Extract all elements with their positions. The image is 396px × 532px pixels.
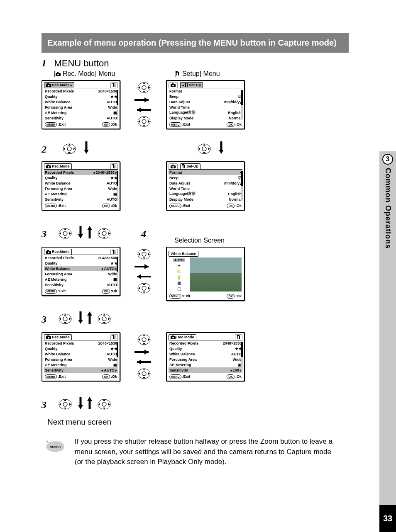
arrow-down-icon xyxy=(77,311,84,327)
svg-marker-20 xyxy=(148,86,150,89)
screen-recmode-tab: Rec.Mode▸ Recorded Pixels2048×1536 Quali… xyxy=(42,80,120,129)
memo-icon: memo xyxy=(45,438,70,455)
manual-icon: ▢ xyxy=(177,287,181,291)
arrow-down-icon xyxy=(218,141,225,157)
screen-setup-tab: ◂Set-Up Format Beep☑ Date Adjustmm/dd/yy… xyxy=(166,80,245,129)
arrow-up-icon xyxy=(86,226,93,242)
memo-text: If you press the shutter release button … xyxy=(75,437,340,467)
dpad-icon xyxy=(97,228,111,239)
arrow-down-icon xyxy=(77,226,84,242)
tungsten-icon: 💡 xyxy=(176,275,181,279)
step-number-1: 1 xyxy=(42,58,52,69)
chapter-title: Common Operations xyxy=(384,168,392,249)
rec-mode-menu-label: [ Rec. Mode] Menu xyxy=(54,70,115,78)
dpad-icon xyxy=(137,334,151,345)
arrow-left-icon xyxy=(134,273,154,282)
dpad-icon xyxy=(197,143,211,155)
screen-recmode-wb: Rec.Mode Recorded Pixels2048×1536 Qualit… xyxy=(42,247,120,296)
screen-white-balance: White Balance AUTO ☀ ⛅ 💡 ▦ ▢ MENU:ExitOK… xyxy=(166,247,245,301)
arrow-up-icon xyxy=(86,311,93,327)
fluorescent-icon: ▦ xyxy=(177,281,181,285)
dpad-icon xyxy=(137,116,151,127)
setup-menu-label: [ Setup] Menu xyxy=(174,70,220,78)
next-menu-label: Next menu screen xyxy=(47,418,111,427)
camera-icon xyxy=(56,72,61,76)
dpad-icon xyxy=(137,248,151,260)
dpad-icon xyxy=(97,398,111,410)
step1-heading: MENU button xyxy=(54,58,109,68)
page-sidebar: 3 Common Operations 33 xyxy=(379,0,396,532)
arrow-right-icon xyxy=(134,349,154,357)
section-title: Example of menu operation (Pressing the … xyxy=(42,33,349,53)
arrow-right-icon xyxy=(134,97,154,105)
screen-recmode-sens: Rec.Mode Recorded Pixels2048×1536 Qualit… xyxy=(42,332,120,381)
arrow-up-icon xyxy=(86,397,93,413)
selection-screen-label: Selection Screen xyxy=(174,237,225,244)
dpad-icon xyxy=(97,313,111,325)
preview-image xyxy=(190,257,242,292)
dpad-icon xyxy=(58,228,72,239)
step-number-2: 2 xyxy=(42,144,52,155)
shade-icon: ⛅ xyxy=(176,269,181,274)
screen-setup-format: Set-Up Format▸ Beep☑ Date Adjustmm/dd/yy… xyxy=(166,161,245,211)
arrow-down-icon xyxy=(77,397,84,413)
svg-text:memo: memo xyxy=(50,444,61,449)
sun-icon: ☀ xyxy=(177,263,181,268)
dpad-icon xyxy=(137,282,151,294)
step-number-4: 4 xyxy=(141,228,152,240)
chapter-number-badge: 3 xyxy=(382,154,393,165)
dpad-icon xyxy=(137,82,151,93)
dpad-icon xyxy=(58,398,72,410)
step-number-3: 3 xyxy=(42,399,52,411)
arrow-left-icon xyxy=(134,107,154,115)
arrow-down-icon xyxy=(83,141,90,157)
step-number-3: 3 xyxy=(42,228,52,240)
arrow-right-icon xyxy=(134,263,154,272)
step-number-3: 3 xyxy=(42,314,52,325)
dpad-icon xyxy=(137,368,151,379)
dpad-icon xyxy=(62,143,76,155)
screen-recmode-sens-100: Rec.Mode Recorded Pixels2048×1536 Qualit… xyxy=(166,332,245,381)
screen-recmode-pixels: Rec.Mode Recorded Pixels◂ 2048×1536 ▸ Qu… xyxy=(42,161,120,211)
dpad-icon xyxy=(58,313,72,325)
page-number: 33 xyxy=(379,505,396,532)
tools-icon xyxy=(176,71,180,76)
arrow-left-icon xyxy=(134,359,154,367)
